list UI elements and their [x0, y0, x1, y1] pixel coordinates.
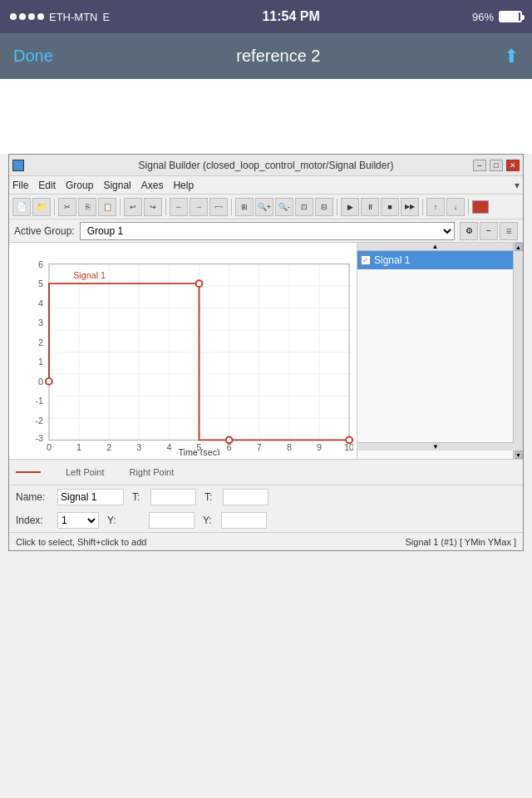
tb-pause[interactable]: ⏸	[361, 198, 379, 216]
point-6-neg3[interactable]	[226, 436, 233, 443]
tb-run-all[interactable]: ▶▶	[401, 198, 419, 216]
tb-new[interactable]: 📄	[12, 198, 31, 216]
tb-paste[interactable]: 📋	[98, 198, 116, 216]
battery-percent: 96%	[472, 11, 494, 23]
tb-step[interactable]: ⌐¬	[209, 198, 228, 216]
signal-info-bar: Left Point Right Point	[9, 459, 523, 485]
tb-down[interactable]: ↓	[446, 198, 465, 216]
t-right-input[interactable]	[223, 489, 268, 505]
status-right: 96%	[472, 11, 522, 23]
menu-expand[interactable]: ▾	[515, 180, 520, 191]
signal-list-items: ▲ ✓ Signal 1 ▼	[357, 243, 513, 459]
y-right-input[interactable]	[221, 512, 267, 529]
name-input[interactable]	[57, 489, 124, 505]
menu-help[interactable]: Help	[173, 180, 194, 191]
signal-list-panel: ▲ ✓ Signal 1 ▼ ▲ ▼	[357, 243, 523, 459]
dot1	[10, 13, 17, 20]
svg-text:-3: -3	[36, 433, 44, 443]
network-label: E	[103, 11, 111, 23]
scroll-up[interactable]: ▲	[357, 243, 513, 251]
menu-edit[interactable]: Edit	[38, 180, 56, 191]
time-label: 11:54 PM	[262, 9, 319, 24]
menu-axes[interactable]: Axes	[141, 180, 164, 191]
status-bar: ETH-MTN E 11:54 PM 96%	[0, 0, 532, 33]
scrollbar-down[interactable]: ▼	[515, 451, 523, 459]
left-point-label: Left Point	[66, 467, 104, 477]
active-group-select[interactable]: Group 1	[80, 222, 455, 240]
nav-bar: Done reference 2 ⬆	[0, 33, 532, 79]
ag-minus-button[interactable]: −	[480, 222, 498, 240]
toolbar: 📄 📁 ✂ ⎘ 📋 ↩ ↪ ← → ⌐¬ ⊞ 🔍+ 🔍- ⊡ ⊟ ▶ ⏸ ■ ▶…	[9, 195, 523, 219]
close-button[interactable]: ✕	[506, 160, 520, 171]
y-left-label: Y:	[107, 515, 140, 526]
tb-open[interactable]: 📁	[32, 198, 51, 216]
signal-color-line	[16, 471, 41, 473]
window-icon	[12, 160, 24, 171]
chart-section: 6 5 4 3 2 1 0 -1 -2 -3 0 1 2 3 4 5 6 7	[9, 243, 523, 459]
tb-redo[interactable]: ↪	[144, 198, 162, 216]
scroll-down[interactable]: ▼	[357, 442, 514, 451]
page-title: reference 2	[236, 47, 320, 66]
tb-zoom-in[interactable]: 🔍+	[255, 198, 273, 216]
ag-right-buttons: ⚙ − ≡	[460, 222, 518, 240]
index-label: Index:	[16, 515, 49, 526]
point-10-neg3[interactable]	[346, 436, 352, 443]
right-point-section: Right Point	[129, 467, 174, 477]
y-right-label: Y:	[203, 515, 213, 526]
menu-group[interactable]: Group	[66, 180, 93, 191]
tb-stop[interactable]: ■	[381, 198, 399, 216]
dot3	[28, 13, 35, 20]
tb-grid[interactable]: ⊞	[235, 198, 254, 216]
tb-arrow-right[interactable]: →	[190, 198, 208, 216]
signal-checkbox[interactable]: ✓	[361, 255, 371, 265]
signal-list-item[interactable]: ✓ Signal 1	[357, 251, 513, 269]
tb-up[interactable]: ↑	[426, 198, 445, 216]
signal-dots	[10, 13, 44, 20]
tb-sep3	[165, 199, 166, 215]
name-row: Name: T: T:	[9, 485, 523, 509]
tb-copy[interactable]: ⎘	[78, 198, 96, 216]
dot4	[37, 13, 44, 20]
window-title: Signal Builder (closed_loop_control_moto…	[9, 160, 523, 171]
tb-play[interactable]: ▶	[341, 198, 359, 216]
scrollbar[interactable]: ▲ ▼	[513, 243, 523, 459]
svg-text:3: 3	[38, 318, 43, 328]
y-left-input[interactable]	[149, 512, 195, 529]
svg-text:5: 5	[38, 278, 43, 288]
matlab-window: Signal Builder (closed_loop_control_moto…	[8, 154, 524, 551]
ag-settings-button[interactable]: ⚙	[460, 222, 478, 240]
minimize-button[interactable]: –	[473, 160, 486, 171]
menu-bar: File Edit Group Signal Axes Help ▾	[9, 176, 523, 195]
svg-text:2: 2	[106, 442, 111, 452]
share-button[interactable]: ⬆	[504, 46, 519, 67]
point-5-5[interactable]	[196, 280, 203, 287]
tb-sep6	[422, 199, 423, 215]
svg-text:7: 7	[257, 442, 262, 452]
window-buttons: – □ ✕	[473, 160, 520, 171]
t-left-input[interactable]	[150, 489, 196, 505]
menu-file[interactable]: File	[12, 180, 28, 191]
svg-text:0: 0	[47, 442, 52, 452]
svg-text:0: 0	[38, 377, 43, 387]
menu-signal[interactable]: Signal	[103, 180, 131, 191]
svg-text:1: 1	[38, 357, 43, 367]
ag-add-button[interactable]: ≡	[500, 222, 518, 240]
t-right-label: T:	[204, 491, 214, 503]
svg-text:2: 2	[38, 337, 43, 347]
index-select[interactable]: 1	[57, 512, 99, 529]
tb-cut[interactable]: ✂	[58, 198, 76, 216]
tb-zoom-full[interactable]: ⊟	[315, 198, 333, 216]
status-bottom: Click to select, Shift+click to add Sign…	[9, 532, 523, 550]
tb-undo[interactable]: ↩	[124, 198, 142, 216]
tb-arrow-left[interactable]: ←	[170, 198, 188, 216]
signal-line	[49, 283, 349, 440]
maximize-button[interactable]: □	[490, 160, 503, 171]
point-0-0[interactable]	[46, 378, 52, 385]
tb-zoom-out[interactable]: 🔍-	[275, 198, 293, 216]
tb-sep2	[120, 199, 121, 215]
svg-text:4: 4	[166, 442, 171, 452]
done-button[interactable]: Done	[13, 47, 53, 66]
tb-color[interactable]	[472, 200, 489, 214]
tb-zoom-fit[interactable]: ⊡	[295, 198, 313, 216]
scrollbar-up[interactable]: ▲	[515, 243, 523, 251]
